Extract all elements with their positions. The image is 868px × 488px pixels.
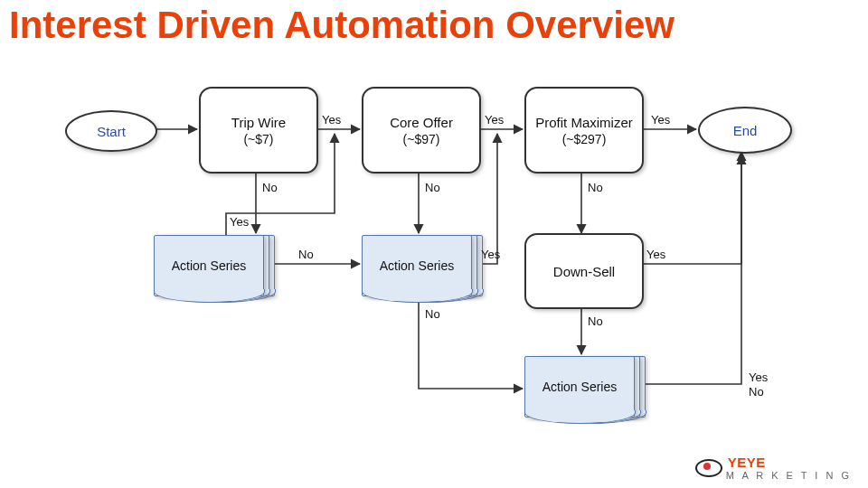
brand-name: YEYE (728, 455, 852, 470)
label-yes-as3: Yes (749, 371, 768, 384)
label-yes-as2: Yes (481, 248, 500, 261)
label-no-as1: No (298, 248, 314, 261)
trip-wire-price: (~$7) (243, 132, 273, 146)
label-no-1: No (262, 181, 278, 194)
action-series-2: Action Series (362, 235, 483, 307)
core-offer-node: Core Offer (~$97) (362, 87, 481, 174)
down-sell-node: Down-Sell (524, 233, 644, 309)
label-yes-2: Yes (485, 113, 504, 127)
label-no-3: No (588, 181, 603, 194)
profit-maximizer-node: Profit Maximizer (~$297) (524, 87, 644, 174)
profit-max-price: (~$297) (562, 132, 607, 146)
brand-tag: M A R K E T I N G (726, 470, 852, 481)
diagram-canvas: Interest Driven Automation Overview (0, 0, 868, 488)
action-series-3-label: Action Series (542, 380, 617, 394)
label-no-as3: No (749, 385, 764, 399)
action-series-2-label: Action Series (380, 258, 454, 273)
action-series-1-label: Action Series (172, 258, 246, 273)
profit-max-label: Profit Maximizer (535, 115, 633, 130)
start-label: Start (97, 124, 126, 139)
label-no-ds: No (588, 314, 603, 328)
action-series-1: Action Series (154, 235, 275, 307)
label-yes-1: Yes (322, 113, 341, 127)
label-no-2: No (425, 181, 440, 194)
core-offer-price: (~$97) (403, 132, 440, 146)
end-label: End (733, 123, 758, 138)
core-offer-label: Core Offer (390, 115, 453, 130)
start-node: Start (65, 110, 157, 152)
label-yes-3: Yes (651, 113, 670, 127)
end-node: End (698, 107, 792, 154)
label-yes-as1: Yes (230, 215, 249, 229)
trip-wire-label: Trip Wire (231, 115, 286, 130)
label-no-as2: No (425, 307, 440, 321)
trip-wire-node: Trip Wire (~$7) (199, 87, 318, 174)
brand-logo: YEYE M A R K E T I N G (695, 455, 852, 481)
eye-icon (695, 459, 722, 477)
action-series-3: Action Series (524, 356, 646, 428)
down-sell-label: Down-Sell (553, 264, 615, 279)
label-yes-ds: Yes (646, 248, 665, 261)
